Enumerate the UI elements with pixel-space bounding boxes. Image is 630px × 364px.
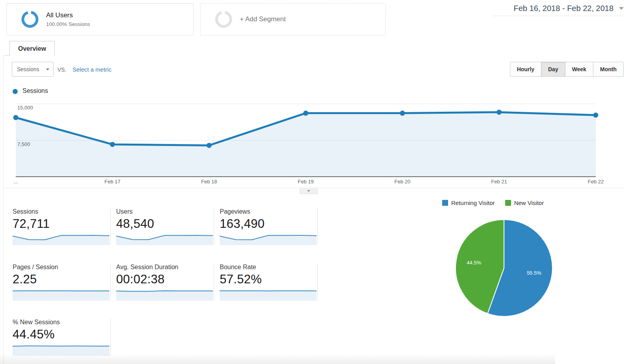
segment-donut-icon [21,10,39,28]
metric-value: 163,490 [220,217,317,231]
date-range-selector[interactable]: Feb 16, 2018 - Feb 22, 2018 [513,4,624,13]
metric-label: Pageviews [220,208,317,215]
panel-left-border [3,55,4,364]
chevron-down-icon [619,7,624,10]
visitor-type-pie-chart: 55.5%44.5% [455,219,553,317]
segment-subtitle: 100.00% Sessions [46,21,90,27]
granularity-button-group: Hourly Day Week Month [510,62,624,77]
pie-legend-label: Returning Visitor [451,200,495,206]
tab-overview-label: Overview [18,45,46,52]
granularity-hourly-button[interactable]: Hourly [510,62,541,77]
new-visitor-swatch-icon [505,200,511,206]
granularity-month-button[interactable]: Month [593,62,624,77]
sparkline [13,290,109,301]
pie-legend-label: New Visitor [514,200,544,206]
metric-value: 57.52% [220,272,317,286]
x-axis-label: Feb 22 [588,179,604,185]
metric-cards-row-2: Pages / Session 2.25 Avg. Session Durati… [13,264,323,301]
metric-card-pages-per-session: Pages / Session 2.25 [13,264,111,301]
metric-card-users: Users 48,540 [116,208,214,245]
metric-dropdown[interactable]: Sessions [12,62,54,77]
metric-dropdown-value: Sessions [17,66,39,72]
annotations-expand-tab[interactable] [300,188,318,194]
metric-value: 72,711 [13,217,109,231]
analytics-overview-page: All Users 100.00% Sessions + Add Segment… [0,0,630,364]
tab-overview[interactable]: Overview [9,41,55,56]
pie-legend-returning-visitor: Returning Visitor [442,200,495,206]
add-segment-label: + Add Segment [240,15,286,23]
sparkline [116,290,213,301]
svg-text:44.5%: 44.5% [467,260,481,266]
returning-visitor-swatch-icon [442,200,448,206]
date-range-underline [492,16,624,16]
sparkline [116,234,213,245]
chevron-down-icon [46,68,49,70]
metric-card-new-sessions: % New Sessions 44.45% [13,319,111,356]
x-axis-label: Feb 18 [201,179,217,185]
metric-card-sessions: Sessions 72,711 [13,208,111,245]
x-axis-labels: ... Feb 17 Feb 18 Feb 19 Feb 20 Feb 21 F… [16,179,596,186]
metric-label: Users [116,208,213,215]
x-axis-label: Feb 17 [104,179,120,185]
metric-label: Bounce Rate [220,264,317,271]
segment-title: All Users [46,11,90,19]
metric-value: 00:02:38 [116,272,213,286]
x-axis-label: ... [14,179,18,185]
metric-cards-row-1: Sessions 72,711 Users 48,540 Pageviews 1… [13,208,323,245]
x-axis-label: Feb 21 [491,179,507,185]
vs-label: VS. [57,67,67,73]
metric-card-pageviews: Pageviews 163,490 [220,208,318,245]
sparkline [13,234,109,245]
granularity-week-button[interactable]: Week [565,62,593,77]
x-axis-label: Feb 20 [395,179,410,185]
granularity-day-button[interactable]: Day [541,62,565,77]
sessions-line-chart [16,99,596,177]
sessions-legend-label: Sessions [22,87,48,94]
metric-label: Sessions [13,208,109,215]
sessions-legend-dot-icon [13,89,18,94]
metric-label: % New Sessions [13,319,109,326]
chevron-down-icon [307,190,310,192]
add-segment-button[interactable]: + Add Segment [200,3,386,35]
metric-value: 48,540 [116,217,213,231]
metric-value: 2.25 [13,272,109,286]
segment-chip-all-users[interactable]: All Users 100.00% Sessions [6,3,194,35]
pie-legend-new-visitor: New Visitor [505,200,544,206]
sparkline [220,234,317,245]
metric-card-bounce-rate: Bounce Rate 57.52% [220,264,318,301]
metric-value: 44.45% [13,327,109,342]
metric-card-avg-session-duration: Avg. Session Duration 00:02:38 [116,264,214,301]
metric-cards-row-3: % New Sessions 44.45% [13,319,116,356]
sparkline [13,345,109,356]
metric-label: Pages / Session [13,264,109,271]
panel-border-stub [3,55,10,56]
add-segment-donut-icon [215,10,233,28]
svg-text:55.5%: 55.5% [527,270,541,276]
date-range-label: Feb 16, 2018 - Feb 22, 2018 [513,4,613,13]
pie-legend: Returning Visitor New Visitor [442,200,554,206]
metric-label: Avg. Session Duration [116,264,213,271]
x-axis-label: Feb 19 [298,179,313,185]
sparkline [220,290,317,301]
select-a-metric-link[interactable]: Select a metric [72,66,111,73]
